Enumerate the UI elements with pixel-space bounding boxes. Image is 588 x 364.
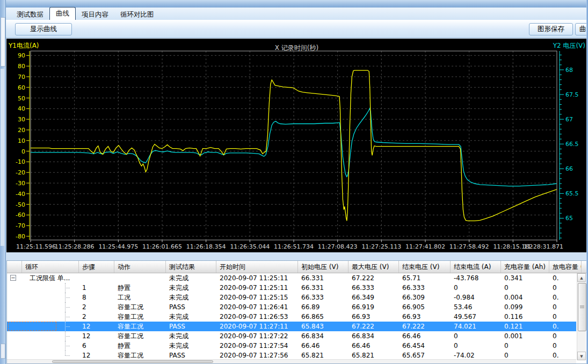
cell-v_init: 65.821 xyxy=(298,351,349,359)
y2-axis-title: Y2 电压(V) xyxy=(553,41,585,50)
show-curve-button[interactable]: 显示曲线 xyxy=(15,23,72,35)
cell-v_end: 66.905 xyxy=(399,302,451,312)
y1-tick-label: -20 xyxy=(16,169,25,176)
cell-cycle xyxy=(22,312,79,322)
x-tick-label: 11:25:28.286 xyxy=(55,243,95,250)
vertical-scrollbar[interactable]: ▲ ▼ xyxy=(577,273,586,360)
y1-tick-label: -80 xyxy=(16,233,25,240)
toolbar: 显示曲线 图形保存 曲 xyxy=(5,20,588,38)
table-row[interactable]: 6静置未完成2020-09-07 11:27:5466.4666.4666.45… xyxy=(7,341,576,351)
column-header-start[interactable]: 开始时间 xyxy=(216,261,298,273)
cell-chg: 0 xyxy=(501,351,549,359)
cell-chg: 0 xyxy=(501,283,549,293)
cell-v_init: 65.843 xyxy=(298,322,349,331)
cell-v_max: 66.919 xyxy=(349,302,399,312)
column-header-i_end[interactable]: 结束电流 (A) xyxy=(451,261,501,273)
table-row[interactable]: 8工况未完成2020-09-07 11:25:1566.33366.34966.… xyxy=(7,293,576,302)
column-header-result[interactable]: 测试结果 xyxy=(166,261,216,273)
cell-result: 未完成 xyxy=(166,283,216,293)
horizontal-scrollbar[interactable] xyxy=(7,359,576,363)
cell-step: 12 xyxy=(79,351,114,359)
table-row[interactable]: 2容量工况PASS2020-09-07 11:26:4166.8966.9196… xyxy=(7,302,576,312)
cell-v_end: 66.333 xyxy=(399,283,451,293)
x-tick-label: 11:25:44.975 xyxy=(98,243,138,250)
y2-tick-label: 65 xyxy=(565,215,573,222)
cell-step: 12 xyxy=(79,331,114,341)
column-header-action[interactable]: 动作 xyxy=(114,261,166,273)
column-header-step[interactable]: 步骤 xyxy=(79,261,114,273)
table-row[interactable]: 12容量工况未完成2020-09-07 11:27:2266.83466.834… xyxy=(7,331,576,341)
horizontal-scrollbar-thumb[interactable] xyxy=(52,360,213,363)
cell-result: 未完成 xyxy=(166,273,216,283)
expand-toggle-icon[interactable]: − xyxy=(10,275,16,281)
cell-expand: − xyxy=(7,273,22,283)
column-header-v_end[interactable]: 结束电压 (V) xyxy=(399,261,451,273)
column-header-v_init[interactable]: 初始电压 (V) xyxy=(298,261,349,273)
cell-v_max: 67.222 xyxy=(349,273,399,283)
cell-v_end: 65.71 xyxy=(399,273,451,283)
x-tick-label: 11:27:08.423 xyxy=(318,243,358,250)
table-row[interactable]: 1静置未完成2020-09-07 11:25:1166.33166.33366.… xyxy=(7,283,576,293)
cell-step: 2 xyxy=(79,302,114,312)
scroll-up-icon[interactable]: ▲ xyxy=(577,273,586,282)
table-header-row: 循环步骤动作测试结果开始时间初始电压 (V)最大电压 (V)结束电压 (V)结束… xyxy=(7,261,586,273)
tree-stub xyxy=(65,297,70,298)
save-graphic-button[interactable]: 图形保存 xyxy=(529,23,573,35)
chart-canvas[interactable]: 9080706050403020100-10-20-30-40-50-60-70… xyxy=(6,39,587,252)
tree-stub xyxy=(65,355,70,356)
x-tick-label: 11:27:25.113 xyxy=(361,243,401,250)
tab-test-data[interactable]: 测试数据 xyxy=(11,9,49,20)
y2-tick-label: 67.5 xyxy=(565,91,579,98)
x-tick-label: 11:27:58.492 xyxy=(449,243,489,250)
cell-cycle xyxy=(22,331,79,341)
cell-i_end: -43.768 xyxy=(451,273,501,283)
cell-chg: 0.116 xyxy=(501,312,549,322)
cell-v_max: 66.333 xyxy=(349,283,399,293)
cell-action: 容量工况 xyxy=(114,322,166,331)
column-header-chg[interactable]: 充电容量 (Ah) xyxy=(501,261,549,273)
cell-v_max: 67.222 xyxy=(349,322,399,331)
cell-start: 2020-09-07 11:27:22 xyxy=(216,331,298,341)
cell-dchg: 0. xyxy=(549,293,576,302)
cell-step: 12 xyxy=(79,322,114,331)
x-tick-label: 11:26:01.665 xyxy=(142,243,182,250)
column-header-cycle[interactable]: 循环 xyxy=(22,261,79,273)
cell-expand xyxy=(7,351,22,359)
column-header-dchg[interactable]: 放电容量 (Ah) xyxy=(549,261,582,273)
y1-tick-label: -10 xyxy=(16,158,25,165)
cell-i_end: -0.984 xyxy=(451,293,501,302)
cell-expand xyxy=(7,302,22,312)
cell-v_max: 65.821 xyxy=(349,351,399,359)
cell-start: 2020-09-07 11:26:53 xyxy=(216,312,298,322)
column-header-expand[interactable] xyxy=(7,261,22,273)
left-panel-fragment xyxy=(1,69,4,246)
scroll-down-icon[interactable]: ▼ xyxy=(577,352,586,360)
cell-dchg: 0 xyxy=(549,283,576,293)
left-panel-sliver xyxy=(0,0,6,364)
tab-cycle-compare[interactable]: 循环对比图 xyxy=(114,9,160,20)
y1-tick-label: 50 xyxy=(18,95,25,102)
cell-start: 2020-09-07 11:25:11 xyxy=(216,273,298,283)
cell-cycle xyxy=(22,293,79,302)
cell-result: 未完成 xyxy=(166,293,216,302)
y1-tick-label: -40 xyxy=(16,191,25,198)
table-row[interactable]: −工况限值 单...未完成2020-09-07 11:25:1166.33167… xyxy=(7,273,576,283)
y1-tick-label: 20 xyxy=(18,127,25,134)
table-row[interactable]: 12容量工况PASS2020-09-07 11:27:1165.84367.22… xyxy=(7,322,576,331)
table-row[interactable]: 2容量工况未完成2020-09-07 11:26:5366.86566.9366… xyxy=(7,312,576,322)
tree-stub xyxy=(65,317,70,317)
column-header-v_max[interactable]: 最大电压 (V) xyxy=(349,261,399,273)
cell-result: 未完成 xyxy=(166,331,216,341)
cell-action: 静置 xyxy=(114,341,166,351)
cell-cycle: 工况限值 单... xyxy=(22,273,79,283)
vertical-scrollbar-thumb[interactable] xyxy=(578,283,586,331)
table-row[interactable]: 12容量工况PASS2020-09-07 11:27:5665.82165.82… xyxy=(7,351,576,359)
x-tick-label: 11:28:31.871 xyxy=(524,243,563,250)
cell-v_max: 66.834 xyxy=(349,331,399,341)
tab-project-content[interactable]: 项目内容 xyxy=(76,9,114,20)
y1-tick-label: 60 xyxy=(18,84,25,91)
cell-start: 2020-09-07 11:27:54 xyxy=(216,341,298,351)
tab-bar: 测试数据 曲线 项目内容 循环对比图 xyxy=(5,8,588,20)
x-tick-label: 11:26:35.044 xyxy=(230,243,270,250)
tab-curve[interactable]: 曲线 xyxy=(49,7,76,20)
